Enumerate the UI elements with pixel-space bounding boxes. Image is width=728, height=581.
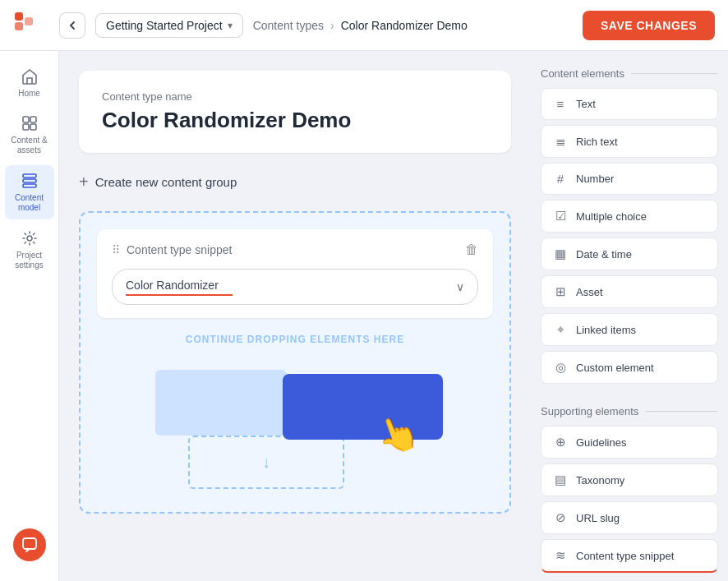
drop-placeholder: CONTINUE DROPPING ELEMENTS HERE ↓ 👆	[97, 331, 493, 496]
sidebar-label-content: Content & assets	[10, 136, 49, 155]
element-btn-date-time[interactable]: ▦ Date & time	[541, 237, 718, 270]
supporting-elements-section: Supporting elements ⊕ Guidelines ▤ Taxon…	[541, 405, 718, 578]
plus-icon: +	[79, 173, 89, 191]
sidebar-item-home[interactable]: Home	[5, 61, 54, 104]
select-arrow-icon: ∨	[456, 280, 464, 293]
home-icon	[21, 67, 39, 85]
multiple-choice-element-icon: ☑	[553, 209, 568, 224]
svg-rect-3	[23, 117, 29, 122]
sidebar-item-project-settings[interactable]: Project settings	[5, 223, 54, 277]
number-element-label: Number	[576, 173, 614, 185]
custom-element-icon: ◎	[553, 360, 568, 375]
svg-rect-5	[23, 124, 29, 130]
svg-rect-9	[23, 184, 36, 187]
logo-icon	[13, 11, 43, 40]
element-btn-linked-items[interactable]: ⌖ Linked items	[541, 313, 718, 346]
snippet-title: Content type snippet	[127, 243, 458, 256]
element-btn-asset[interactable]: ⊞ Asset	[541, 275, 718, 308]
element-btn-url-slug[interactable]: ⊘ URL slug	[541, 501, 718, 534]
element-btn-taxonomy[interactable]: ▤ Taxonomy	[541, 463, 718, 496]
date-time-element-label: Date & time	[576, 248, 632, 261]
back-arrow-icon	[67, 21, 77, 30]
main-layout: Home Content & assets Content model	[0, 51, 728, 581]
element-btn-text[interactable]: ≡ Text	[541, 88, 718, 120]
chat-icon	[21, 537, 38, 553]
supporting-elements-title: Supporting elements	[541, 405, 718, 417]
multiple-choice-element-label: Multiple choice	[576, 210, 647, 223]
drop-visual: ↓ 👆	[139, 362, 451, 493]
text-element-icon: ≡	[553, 97, 568, 111]
element-btn-custom-element[interactable]: ◎ Custom element	[541, 351, 718, 384]
asset-element-icon: ⊞	[553, 284, 568, 299]
element-btn-content-type-snippet[interactable]: ≋ Content type snippet	[541, 539, 718, 573]
date-time-element-icon: ▦	[553, 247, 568, 261]
create-group-button[interactable]: + Create new content group	[79, 169, 511, 195]
chat-button[interactable]	[13, 528, 46, 561]
breadcrumb-separator: ›	[330, 19, 334, 32]
svg-rect-8	[23, 179, 36, 182]
create-group-label: Create new content group	[95, 175, 237, 189]
hand-cursor-icon: 👆	[370, 408, 424, 461]
rich-text-element-label: Rich text	[576, 136, 618, 148]
sidebar-label-home: Home	[18, 89, 40, 98]
content-type-label: Content type name	[102, 90, 488, 103]
back-button[interactable]	[59, 12, 85, 39]
guidelines-element-icon: ⊕	[553, 435, 568, 450]
content-type-snippet-element-icon: ≋	[553, 548, 568, 563]
number-element-icon: #	[553, 172, 568, 186]
content-type-snippet-element-label: Content type snippet	[576, 550, 674, 562]
sidebar-bottom	[13, 528, 46, 571]
right-panel: Content elements ≡ Text ≣ Rich text # Nu…	[531, 51, 728, 581]
url-slug-element-label: URL slug	[576, 512, 620, 524]
svg-rect-11	[23, 538, 36, 549]
breadcrumb: Content types › Color Randomizer Demo	[253, 19, 468, 32]
content-icon	[21, 114, 39, 132]
save-changes-button[interactable]: SAVE CHANGES	[583, 11, 715, 40]
breadcrumb-current: Color Randomizer Demo	[341, 19, 468, 32]
sidebar-item-content[interactable]: Content & assets	[5, 108, 54, 162]
settings-icon	[21, 229, 39, 247]
snippet-select[interactable]: Color Randomizer ∨	[112, 269, 478, 305]
content-type-name-card: Content type name Color Randomizer Demo	[79, 71, 511, 153]
svg-rect-7	[23, 174, 36, 178]
element-btn-number[interactable]: # Number	[541, 163, 718, 195]
project-name: Getting Started Project	[106, 19, 223, 32]
decorative-rect-blue: 👆	[283, 374, 443, 440]
content-area: Content type name Color Randomizer Demo …	[59, 51, 531, 581]
decorative-rect-light	[155, 370, 287, 436]
snippet-header: ⠿ Content type snippet 🗑	[112, 242, 478, 257]
decorative-rect-dashed: ↓	[188, 436, 344, 489]
guidelines-element-label: Guidelines	[576, 436, 626, 449]
project-selector[interactable]: Getting Started Project ▾	[95, 13, 243, 38]
delete-snippet-icon[interactable]: 🗑	[465, 242, 478, 257]
snippet-underline	[126, 294, 233, 296]
sidebar-label-settings: Project settings	[10, 251, 49, 270]
content-elements-title: Content elements	[541, 67, 718, 80]
sidebar-item-content-model[interactable]: Content model	[5, 165, 54, 219]
drop-zone: ⠿ Content type snippet 🗑 Color Randomize…	[79, 211, 511, 514]
linked-items-element-icon: ⌖	[553, 322, 568, 337]
svg-rect-1	[15, 22, 23, 30]
content-type-name: Color Randomizer Demo	[102, 108, 488, 133]
rich-text-element-icon: ≣	[553, 134, 568, 149]
drag-handle-icon[interactable]: ⠿	[112, 243, 120, 256]
snippet-card: ⠿ Content type snippet 🗑 Color Randomize…	[97, 229, 493, 318]
svg-rect-6	[30, 124, 36, 130]
breadcrumb-parent[interactable]: Content types	[253, 19, 324, 32]
asset-element-label: Asset	[576, 286, 603, 298]
model-icon	[21, 172, 39, 190]
custom-element-label: Custom element	[576, 362, 654, 374]
linked-items-element-label: Linked items	[576, 324, 636, 336]
element-btn-multiple-choice[interactable]: ☑ Multiple choice	[541, 200, 718, 233]
element-btn-guidelines[interactable]: ⊕ Guidelines	[541, 426, 718, 459]
drop-arrow-icon: ↓	[262, 453, 270, 472]
svg-rect-2	[25, 17, 33, 25]
snippet-select-wrapper: Color Randomizer ∨	[112, 269, 478, 305]
url-slug-element-icon: ⊘	[553, 510, 568, 525]
snippet-value: Color Randomizer	[126, 279, 219, 292]
topbar: Getting Started Project ▾ Content types …	[0, 0, 728, 51]
taxonomy-element-icon: ▤	[553, 473, 568, 487]
text-element-label: Text	[576, 98, 596, 110]
element-btn-rich-text[interactable]: ≣ Rich text	[541, 125, 718, 158]
drop-label: CONTINUE DROPPING ELEMENTS HERE	[186, 334, 404, 345]
